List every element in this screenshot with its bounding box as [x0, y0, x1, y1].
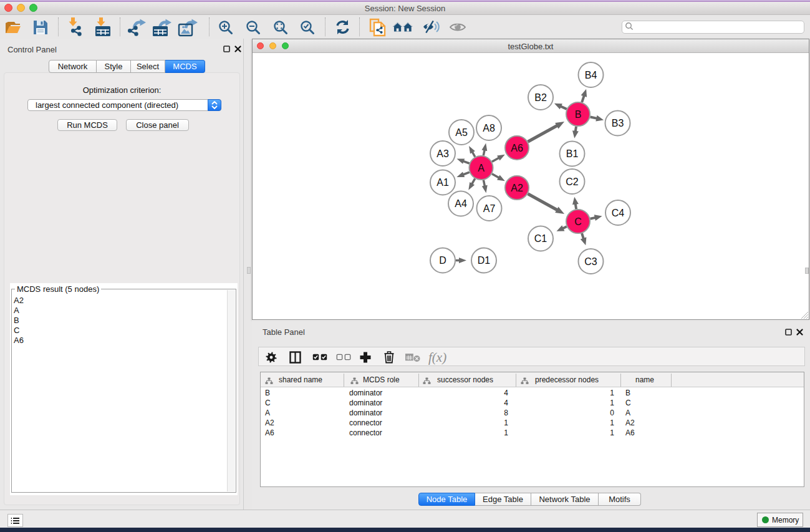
svg-text:C4: C4 [612, 208, 625, 218]
svg-text:C: C [574, 216, 582, 227]
svg-text:A3: A3 [436, 148, 449, 159]
svg-text:C3: C3 [584, 256, 597, 267]
svg-text:A2: A2 [511, 183, 523, 193]
svg-text:B: B [575, 109, 582, 120]
svg-text:C2: C2 [566, 177, 579, 187]
svg-text:A: A [478, 163, 485, 173]
svg-text:B1: B1 [566, 148, 579, 159]
svg-text:C1: C1 [534, 233, 547, 244]
svg-text:B2: B2 [534, 92, 547, 103]
svg-text:B3: B3 [612, 118, 624, 128]
svg-text:D1: D1 [478, 255, 491, 266]
svg-text:A7: A7 [483, 203, 496, 214]
svg-text:A8: A8 [483, 123, 495, 133]
svg-text:A6: A6 [511, 143, 523, 153]
svg-text:B4: B4 [585, 70, 597, 80]
svg-text:A1: A1 [436, 177, 449, 188]
svg-text:A5: A5 [455, 127, 468, 138]
svg-text:A4: A4 [455, 198, 467, 209]
svg-text:D: D [439, 255, 446, 266]
